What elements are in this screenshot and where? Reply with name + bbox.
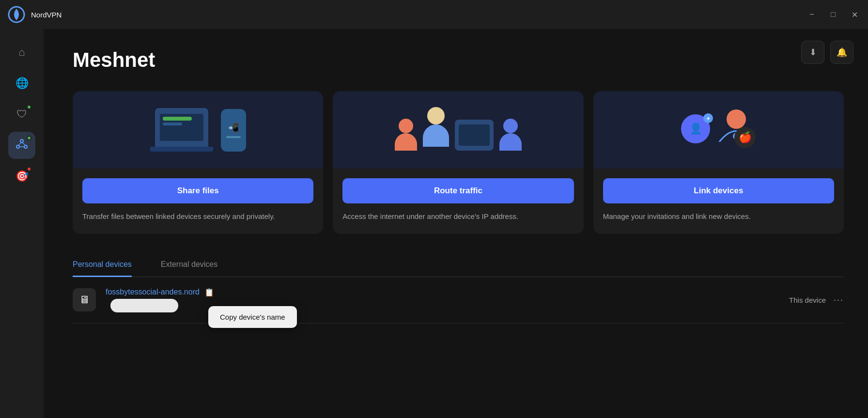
target-badge: [27, 167, 31, 171]
route-traffic-card: Route traffic Access the internet under …: [333, 91, 583, 234]
sidebar-item-meshnet[interactable]: [8, 132, 35, 159]
download-button[interactable]: ⬇: [801, 41, 824, 64]
top-actions: ⬇ 🔔: [801, 41, 853, 64]
link-devices-button[interactable]: Link devices: [603, 178, 834, 203]
route-traffic-desc: Access the internet under another device…: [333, 211, 583, 222]
app-body: ⌂ 🌐 🛡 🎯: [0, 29, 868, 418]
feature-cards: 📲 Share files Transfer files between lin…: [73, 91, 844, 234]
svg-point-1: [20, 139, 23, 142]
share-files-desc: Transfer files between linked devices se…: [73, 211, 323, 222]
link-devices-card: 👤 + 🍎: [593, 91, 844, 234]
tabs-row: Personal devices External devices: [73, 253, 844, 277]
computer-icon: 🖥: [79, 294, 90, 306]
main-content: ⬇ 🔔 Meshnet: [44, 29, 868, 418]
copy-tooltip[interactable]: Copy device's name: [208, 306, 297, 328]
app-logo: [8, 6, 25, 23]
share-files-card: 📲 Share files Transfer files between lin…: [73, 91, 323, 234]
meshnet-icon: [16, 138, 28, 153]
device-info: fossbytessocial-andes.nord 📋: [106, 288, 214, 312]
svg-point-3: [24, 145, 27, 148]
device-label: This device: [789, 296, 826, 304]
page-title: Meshnet: [73, 48, 844, 72]
link-devices-desc: Manage your invitations and link new dev…: [593, 211, 844, 222]
device-more-button[interactable]: ···: [834, 295, 844, 305]
link-devices-illustration: 👤 + 🍎: [593, 91, 844, 169]
route-traffic-button[interactable]: Route traffic: [342, 178, 574, 203]
notification-button[interactable]: 🔔: [830, 41, 853, 64]
svg-point-2: [16, 145, 19, 148]
globe-icon: 🌐: [16, 77, 29, 90]
close-button[interactable]: ✕: [849, 9, 860, 20]
sidebar-item-globe[interactable]: 🌐: [8, 70, 35, 97]
route-traffic-illustration: [333, 91, 583, 169]
device-pill: [110, 299, 178, 312]
copy-name-icon[interactable]: 📋: [204, 288, 214, 297]
bell-icon: 🔔: [837, 47, 847, 58]
tab-external-devices[interactable]: External devices: [161, 253, 217, 277]
share-files-button[interactable]: Share files: [82, 178, 313, 203]
sidebar-item-target[interactable]: 🎯: [8, 163, 35, 190]
minimize-button[interactable]: −: [806, 9, 818, 20]
svg-line-4: [18, 142, 22, 145]
share-files-illustration: 📲: [73, 91, 323, 169]
meshnet-badge: [27, 136, 31, 140]
window-controls: − □ ✕: [806, 9, 860, 20]
title-bar: NordVPN − □ ✕: [0, 0, 868, 29]
sidebar-item-home[interactable]: ⌂: [8, 39, 35, 66]
home-icon: ⌂: [18, 46, 25, 59]
tab-personal-devices[interactable]: Personal devices: [73, 253, 132, 277]
shield-icon: 🛡: [16, 108, 27, 121]
maximize-button[interactable]: □: [827, 9, 839, 20]
device-list: 🖥 fossbytessocial-andes.nord 📋 This devi…: [73, 277, 844, 324]
target-icon: 🎯: [16, 170, 29, 183]
sidebar: ⌂ 🌐 🛡 🎯: [0, 29, 44, 418]
app-title: NordVPN: [31, 11, 806, 19]
device-name: fossbytessocial-andes.nord: [106, 288, 200, 296]
table-row: 🖥 fossbytessocial-andes.nord 📋 This devi…: [73, 277, 844, 324]
device-icon: 🖥: [73, 288, 96, 311]
sidebar-item-shield[interactable]: 🛡: [8, 101, 35, 128]
shield-badge: [27, 105, 31, 109]
svg-line-5: [22, 142, 26, 145]
